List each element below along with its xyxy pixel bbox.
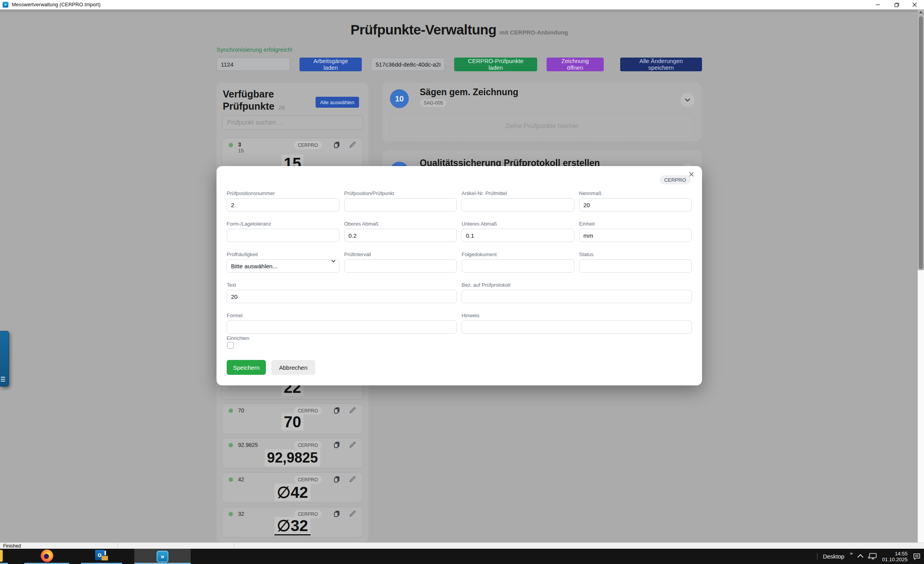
status-dot-icon <box>229 409 233 413</box>
page-top-shadow <box>0 9 918 12</box>
status-input[interactable] <box>579 259 692 273</box>
item-name: 92.9825 <box>238 442 258 448</box>
pruefpositionsnummer-input[interactable] <box>227 198 339 212</box>
item-name: 32 <box>238 511 244 517</box>
app-icon: » <box>2 2 9 8</box>
edit-pruefpunkt-modal: CERPRO Prüfpositionsnummer Prüfposition/… <box>217 166 702 385</box>
save-all-button[interactable]: Alle Änderungen speichern <box>620 58 702 71</box>
item-value: 70 <box>282 413 304 430</box>
dropzone[interactable]: Ziehe Prüfpunkte hierher <box>389 113 695 139</box>
copy-icon[interactable] <box>333 141 341 150</box>
field-nennmass: Nennmaß <box>579 190 692 212</box>
clock-time: 14:55 <box>882 551 908 557</box>
clock-date: 01.10.2025 <box>882 557 908 562</box>
bez-pruefprotokoll-input[interactable] <box>462 290 692 303</box>
points-count: 28 <box>278 104 285 111</box>
edit-icon[interactable] <box>349 141 356 150</box>
pruefhaeufigkeit-select[interactable] <box>227 259 339 273</box>
einrichten-checkbox[interactable] <box>227 342 234 349</box>
page-subtitle: mit CERPRO-Anbindung <box>500 29 568 36</box>
step-title: Sägen gem. Zeichnung <box>420 87 518 98</box>
toleranz-input[interactable] <box>227 229 339 242</box>
field-oberes-abmass: Oberes Abmaß <box>344 221 457 242</box>
item-value: ∅32 <box>274 517 310 535</box>
hidden-icons-chevron[interactable] <box>857 554 864 560</box>
restore-button[interactable] <box>888 0 905 9</box>
oberes-abmass-input[interactable] <box>344 229 457 242</box>
open-drawing-button[interactable]: Zeichnung öffnen <box>547 58 604 71</box>
menu-icon <box>1 377 5 383</box>
network-tray-icon[interactable] <box>868 553 877 560</box>
outlook-taskbar-button[interactable]: o <box>81 549 122 563</box>
minimize-button[interactable] <box>869 0 886 9</box>
status-bar: Finished <box>0 542 924 549</box>
hinweis-input[interactable] <box>462 320 692 334</box>
modal-cancel-button[interactable]: Abbrechen <box>271 360 315 375</box>
toolbar-overflow-icon[interactable]: » <box>850 550 853 556</box>
folgedokument-input[interactable] <box>462 259 574 273</box>
modal-close-icon[interactable] <box>686 169 697 179</box>
messwertverwaltung-icon: » <box>157 551 168 562</box>
sync-status: Synchronisierung erfolgreich! <box>217 46 292 53</box>
scrollbar-up-icon[interactable] <box>919 11 922 13</box>
toolbar: Arbeitsgänge laden CERPRO-Prüfpunkte lad… <box>217 57 702 71</box>
order-number-input[interactable] <box>217 58 290 71</box>
einrichten-label: Einrichten <box>227 335 249 341</box>
pruefintervall-input[interactable] <box>344 259 457 273</box>
docked-side-tab[interactable] <box>0 331 9 387</box>
close-button[interactable] <box>906 0 923 9</box>
item-subvalue: 15 <box>238 148 244 154</box>
list-item[interactable]: 32 CERPRO ∅32 <box>222 507 363 537</box>
status-dot-icon <box>229 477 233 482</box>
edit-icon[interactable] <box>349 475 356 484</box>
status-text: Finished <box>3 543 21 549</box>
field-folgedokument: Folgedokument <box>462 251 574 273</box>
search-input[interactable] <box>222 116 363 130</box>
unteres-abmass-input[interactable] <box>462 229 574 242</box>
item-name: 42 <box>238 476 244 483</box>
formel-input[interactable] <box>227 320 457 334</box>
partial-app-icon[interactable] <box>0 550 3 562</box>
item-value: ∅42 <box>274 484 310 501</box>
load-operations-button[interactable]: Arbeitsgänge laden <box>300 58 362 71</box>
field-hinweis: Hinweis <box>462 313 692 334</box>
firefox-taskbar-button[interactable] <box>24 549 69 563</box>
einheit-input[interactable] <box>579 229 692 242</box>
field-unteres-abmass: Unteres Abmaß <box>462 221 574 242</box>
field-pruefpositionsnummer: Prüfpositionsnummer <box>227 190 339 212</box>
select-chevron-icon <box>331 257 336 264</box>
status-dot-icon <box>229 443 233 447</box>
field-pruefposition: Prüfposition/Prüfpunkt <box>344 190 457 212</box>
field-pruefintervall: Prüfintervall <box>344 251 457 273</box>
load-cerpro-button[interactable]: CERPRO-Prüfpunkte laden <box>454 58 537 71</box>
nennmass-input[interactable] <box>579 198 692 212</box>
list-item[interactable]: 70 CERPRO 70 <box>222 403 363 434</box>
scrollbar-thumb[interactable] <box>919 16 923 269</box>
item-name: 70 <box>238 407 244 414</box>
status-dot-icon <box>229 512 233 516</box>
modal-save-button[interactable]: Speichern <box>227 360 266 375</box>
edit-icon[interactable] <box>349 441 356 450</box>
list-item[interactable]: 42 CERPRO ∅42 <box>222 472 363 503</box>
page-title: Prüfpunkte-Verwaltungmit CERPRO-Anbindun… <box>217 22 702 38</box>
field-text: Text <box>227 282 457 303</box>
item-value: 92,9825 <box>265 449 320 466</box>
pruefposition-input[interactable] <box>344 198 457 212</box>
status-divider <box>234 543 235 549</box>
action-center-icon[interactable] <box>913 553 921 560</box>
scrollbar-track[interactable] <box>918 270 924 542</box>
desktop-toolbar[interactable]: Desktop <box>823 553 845 560</box>
list-item[interactable]: 92.9825 CERPRO 92,9825 <box>222 438 363 468</box>
modal-cerpro-badge: CERPRO <box>660 175 690 184</box>
window-titlebar: » Messwertverwaltung (CERPRO Import) <box>0 0 924 9</box>
clock[interactable]: 14:55 01.10.2025 <box>882 551 908 562</box>
collapse-step-button[interactable] <box>680 93 695 107</box>
active-app-taskbar-button[interactable]: » <box>134 549 191 564</box>
select-all-button[interactable]: Alle auswählen <box>316 97 359 108</box>
field-formel: Formel <box>227 313 457 334</box>
system-tray: Desktop » 14:55 01.10.2025 <box>817 549 921 564</box>
text-input[interactable] <box>227 290 457 303</box>
artikel-input[interactable] <box>462 198 574 212</box>
field-toleranz: Form-/Lagetoleranz <box>227 221 339 242</box>
uuid-input[interactable] <box>371 58 445 71</box>
